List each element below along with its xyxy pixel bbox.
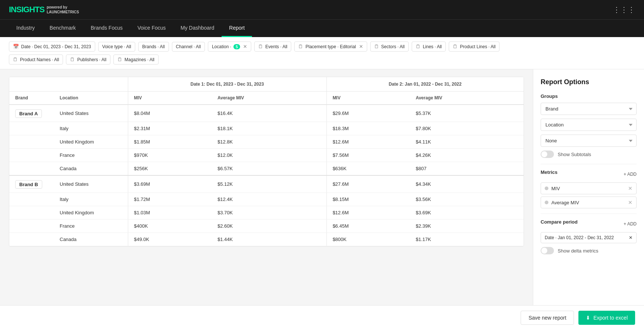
placement-type-close-icon[interactable]: ✕ — [359, 44, 363, 49]
table-row: United Kingdom$1.03M$3.70K$12.6M$3.69K — [9, 206, 524, 220]
miv2-cell: $8.15M — [326, 193, 410, 206]
brand-cell — [9, 233, 54, 246]
nav-item-report[interactable]: Report — [222, 20, 252, 37]
logo-powered: powered by LAUNCHMETRICS — [47, 5, 79, 14]
miv-dot — [545, 187, 548, 190]
calendar-icon: 📅 — [13, 44, 19, 49]
compare-date-chip: Date · Jan 01, 2022 - Dec 31, 2022 ✕ — [541, 232, 637, 243]
metrics-header-row: Metrics + ADD — [541, 169, 637, 179]
metric-miv-close[interactable]: ✕ — [628, 185, 633, 191]
brand-cell — [9, 220, 54, 233]
metrics-add-button[interactable]: + ADD — [624, 172, 637, 177]
filter-location[interactable]: Location · 5 ✕ — [208, 42, 251, 52]
show-subtotals-toggle[interactable] — [541, 151, 554, 158]
miv1-cell: $49.0K — [128, 233, 212, 246]
miv2-cell: $800K — [326, 233, 410, 246]
avg-miv1-cell: $2.60K — [212, 220, 326, 233]
filter-date[interactable]: 📅 Date · Dec 01, 2023 - Dec 31, 2023 — [9, 42, 95, 52]
show-delta-label: Show delta metrics — [558, 248, 598, 254]
table-row: Brand BUnited States$3.69M$5.12K$27.6M$4… — [9, 175, 524, 193]
compare-date-close[interactable]: ✕ — [629, 235, 633, 240]
table-row: Brand AUnited States$8.04M$16.4K$29.6M$5… — [9, 105, 524, 122]
events-icon: 🗒 — [258, 44, 263, 49]
avg-miv2-cell: $7.80K — [410, 122, 524, 135]
table-row: Canada$49.0K$1.44K$800K$1.17K — [9, 233, 524, 246]
metric-miv-label: MIV — [551, 186, 560, 191]
location-cell: France — [54, 220, 128, 233]
nav-item-benchmark[interactable]: Benchmark — [42, 20, 83, 37]
group-none-select[interactable]: None — [541, 135, 637, 147]
filter-product-lines[interactable]: 🗒 Product Lines · All — [449, 42, 499, 52]
grid-icon[interactable]: ⋮⋮⋮ — [613, 5, 635, 14]
miv1-cell: $1.03M — [128, 206, 212, 220]
filter-publishers-label: Publishers · All — [77, 57, 106, 62]
filter-product-names[interactable]: 🗒 Product Names · All — [9, 55, 63, 65]
date1-header: Date 1: Dec 01, 2023 - Dec 31, 2023 — [128, 77, 326, 92]
miv1-cell: $8.04M — [128, 105, 212, 122]
group-location-select[interactable]: Location — [541, 119, 637, 131]
miv1-cell: $400K — [128, 220, 212, 233]
location-cell: Canada — [54, 233, 128, 246]
miv2-cell: $12.6M — [326, 206, 410, 220]
metric-miv: MIV ✕ — [541, 182, 637, 194]
filter-lines-label: Lines · All — [423, 44, 442, 49]
avg-miv2-cell: $3.69K — [410, 206, 524, 220]
show-subtotals-label: Show Subtotals — [558, 152, 591, 157]
miv1-cell: $1.85M — [128, 135, 212, 149]
divider-1 — [541, 164, 637, 164]
metric-avg-miv: Average MIV ✕ — [541, 197, 637, 208]
show-delta-toggle[interactable] — [541, 247, 554, 254]
miv1-cell: $970K — [128, 149, 212, 162]
filter-magazines[interactable]: 🗒 Magazines · All — [113, 55, 159, 65]
product-names-icon: 🗒 — [13, 57, 18, 62]
nav-item-brands-focus[interactable]: Brands Focus — [83, 20, 130, 37]
location-cell: United States — [54, 105, 128, 122]
location-cell: Italy — [54, 193, 128, 206]
filter-lines[interactable]: 🗒 Lines · All — [412, 42, 446, 52]
col-miv1: MIV — [128, 92, 212, 105]
nav-bar: Industry Benchmark Brands Focus Voice Fo… — [0, 19, 644, 37]
groups-label: Groups — [541, 93, 637, 99]
avg-miv1-cell: $5.12K — [212, 175, 326, 193]
brand-cell: Brand B — [9, 175, 54, 193]
filter-voice-type[interactable]: Voice type · All — [98, 42, 135, 52]
filter-placement-type[interactable]: 🗒 Placement type · Editorial ✕ — [294, 42, 367, 52]
filter-brands-label: Brands · All — [142, 44, 165, 49]
table-container: Date 1: Dec 01, 2023 - Dec 31, 2023 Date… — [9, 77, 524, 247]
bottom-bar: Save new report ⬇ Export to excel — [0, 305, 644, 330]
filter-events[interactable]: 🗒 Events · All — [254, 42, 291, 52]
compare-add-button[interactable]: + ADD — [624, 221, 637, 227]
miv2-cell: $7.56M — [326, 149, 410, 162]
filter-product-lines-label: Product Lines · All — [460, 44, 495, 49]
brand-cell: Brand A — [9, 105, 54, 122]
avg-miv1-cell: $12.0K — [212, 149, 326, 162]
miv1-cell: $256K — [128, 162, 212, 176]
nav-item-industry[interactable]: Industry — [9, 20, 42, 37]
main-layout: Date 1: Dec 01, 2023 - Dec 31, 2023 Date… — [0, 69, 644, 330]
brand-cell — [9, 193, 54, 206]
compare-period-header-row: Compare period + ADD — [541, 219, 637, 228]
magazines-icon: 🗒 — [117, 57, 122, 62]
col-avg-miv1: Average MIV — [212, 92, 326, 105]
col-miv2: MIV — [326, 92, 410, 105]
filter-magazines-label: Magazines · All — [125, 57, 155, 62]
location-cell: United Kingdom — [54, 135, 128, 149]
filter-channel[interactable]: Channel · All — [172, 42, 205, 52]
table-section: Date 1: Dec 01, 2023 - Dec 31, 2023 Date… — [0, 69, 533, 330]
filter-brands[interactable]: Brands · All — [138, 42, 169, 52]
table-row: United Kingdom$1.85M$12.8K$12.6M$4.11K — [9, 135, 524, 149]
nav-item-voice-focus[interactable]: Voice Focus — [130, 20, 173, 37]
avg-miv1-cell: $12.4K — [212, 193, 326, 206]
table-row: Italy$1.72M$12.4K$8.15M$3.56K — [9, 193, 524, 206]
save-new-report-button[interactable]: Save new report — [521, 311, 574, 325]
metric-avg-miv-close[interactable]: ✕ — [628, 199, 633, 205]
filter-sectors[interactable]: 🗒 Sectors · All — [370, 42, 409, 52]
location-close-icon[interactable]: ✕ — [243, 44, 247, 49]
location-cell: Italy — [54, 122, 128, 135]
filter-publishers[interactable]: 🗒 Publishers · All — [66, 55, 110, 65]
group-brand-select[interactable]: Brand — [541, 103, 637, 115]
miv2-cell: $18.3M — [326, 122, 410, 135]
show-subtotals-toggle-row: Show Subtotals — [541, 151, 637, 158]
export-to-excel-button[interactable]: ⬇ Export to excel — [578, 311, 635, 325]
nav-item-my-dashboard[interactable]: My Dashboard — [173, 20, 222, 37]
